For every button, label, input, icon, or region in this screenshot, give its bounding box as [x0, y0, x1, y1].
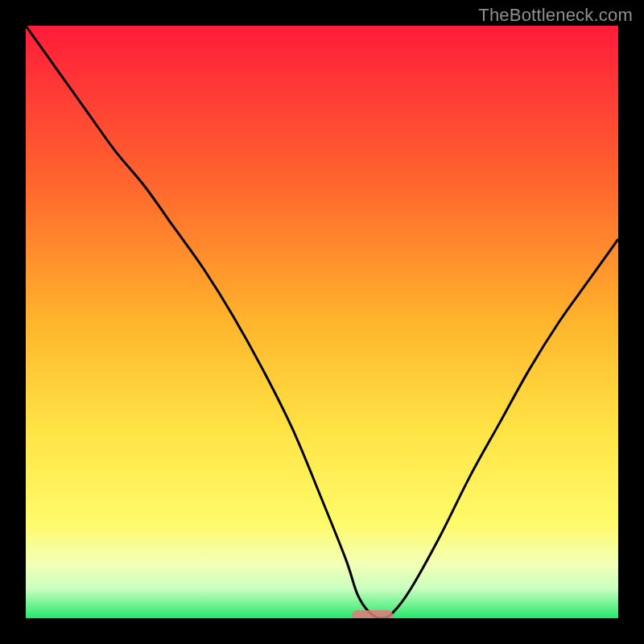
plot-area — [26, 26, 618, 618]
chart-svg — [26, 26, 618, 618]
attribution-text: TheBottleneck.com — [478, 5, 633, 26]
chart-frame: TheBottleneck.com — [0, 0, 644, 644]
optimal-region-marker — [352, 610, 394, 618]
gradient-background — [26, 26, 618, 618]
